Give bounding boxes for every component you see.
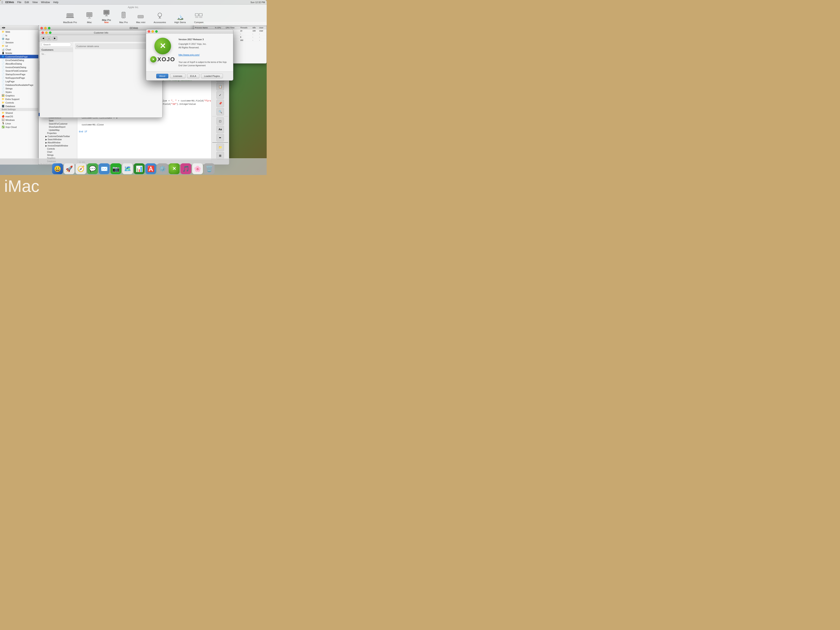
- nav-mobile[interactable]: 📱Mobile: [0, 51, 38, 55]
- menubar-view[interactable]: View: [32, 1, 38, 4]
- dock-numbers[interactable]: 📊: [134, 163, 145, 174]
- dock-appstore[interactable]: 🅰️: [145, 163, 156, 174]
- col-threads[interactable]: Threads: [239, 26, 252, 29]
- xojo-minimize-btn[interactable]: [44, 27, 47, 29]
- nav-strings[interactable]: 📄Strings: [0, 87, 38, 90]
- dock-mail[interactable]: ✉️: [99, 163, 110, 174]
- cw-home-btn[interactable]: ⌂: [46, 36, 52, 40]
- dock-itunes[interactable]: 🎵: [180, 163, 191, 174]
- product-imac-pro[interactable]: iMac Pro New: [98, 8, 115, 25]
- product-imac[interactable]: iMac: [81, 11, 98, 25]
- right-folder[interactable]: 📁: [216, 144, 224, 151]
- nav-controls[interactable]: 📁Controls: [0, 101, 38, 104]
- nav-startup[interactable]: 📄StartupScreenPage: [0, 73, 38, 76]
- right-btn3[interactable]: ✓: [216, 91, 224, 99]
- nav-dbnotavail[interactable]: 📄DatabaseNotAvailablePage: [0, 83, 38, 87]
- nav-customerdetails[interactable]: 🔷CustomerDetailsPage: [0, 55, 38, 58]
- nav-errordetails[interactable]: 📄ErrorDetailsDialog: [0, 58, 38, 62]
- nav-logpage[interactable]: 📄LogPage: [0, 80, 38, 83]
- dock-maps[interactable]: 🗺️: [122, 163, 133, 174]
- cw-minimize[interactable]: [45, 32, 48, 34]
- nav-extra[interactable]: 📁Extra Support: [0, 97, 38, 101]
- about-min[interactable]: [152, 30, 154, 33]
- fn-searchwindow[interactable]: ▶ SearchWindow: [39, 138, 77, 141]
- fn-aboutwindow[interactable]: ▶ AboutWindow: [39, 141, 77, 144]
- dock-finder[interactable]: 😀: [52, 163, 63, 174]
- right-btn5[interactable]: 🔍: [216, 108, 224, 115]
- cw-search-input[interactable]: [41, 43, 71, 47]
- right-selector[interactable]: ◻: [216, 117, 224, 125]
- col-process[interactable]: Process Name: [194, 26, 214, 29]
- nav-ui[interactable]: 📁UI: [0, 44, 38, 48]
- right-text[interactable]: Aa: [216, 126, 224, 133]
- fn-updatemap[interactable]: UpdateMap: [39, 128, 77, 132]
- dock-messages[interactable]: 💬: [87, 163, 98, 174]
- col-cpu[interactable]: % CPU: [214, 26, 225, 29]
- nav-windows[interactable]: 🪟Windows: [0, 118, 38, 122]
- fn-invoicedetails[interactable]: ▶ InvoiceDetailsWindow: [39, 144, 77, 147]
- menubar-file[interactable]: File: [17, 1, 21, 4]
- fn-customerdetailstoolbar[interactable]: ▶ CustomerDetailsToolbar: [39, 135, 77, 138]
- menubar-eeweb[interactable]: EEWeb: [5, 1, 14, 4]
- menubar-window[interactable]: Window: [41, 1, 50, 4]
- nav-styles[interactable]: 📄Styles: [0, 90, 38, 94]
- dock-xojo[interactable]: ✕: [169, 163, 180, 174]
- cw-close[interactable]: [41, 32, 44, 34]
- dock-photos[interactable]: 🌸: [192, 163, 203, 174]
- col-user[interactable]: User: [258, 26, 267, 29]
- about-plugins-btn[interactable]: Loaded Plugins: [201, 74, 223, 78]
- about-eula-btn[interactable]: EULA: [187, 74, 199, 78]
- nav-graphics[interactable]: 🖼️Graphics: [0, 94, 38, 97]
- project-nav-arrows-right[interactable]: ▶: [4, 26, 5, 29]
- fn-chart2[interactable]: Chart: [39, 150, 77, 153]
- nav-chart[interactable]: 📊Chart: [0, 48, 38, 51]
- col-cpu-time[interactable]: CPU Time: [225, 26, 239, 29]
- nav-web[interactable]: 📁Web: [0, 30, 38, 33]
- project-nav-arrows-left[interactable]: ◀: [2, 26, 3, 29]
- dock-facetime[interactable]: 📷: [111, 163, 121, 174]
- nav-macos[interactable]: 🍎macOS: [0, 115, 38, 118]
- nav-database[interactable]: 🗄️Database: [0, 104, 38, 108]
- cw-maximize[interactable]: [49, 32, 52, 34]
- nav-aboutbox[interactable]: 📄AboutBoxDialog: [0, 62, 38, 65]
- cw-forward-btn[interactable]: ▶: [52, 36, 57, 40]
- nav-shared[interactable]: 📁Shared: [0, 111, 38, 115]
- menubar-edit[interactable]: Edit: [25, 1, 29, 4]
- fn-properties[interactable]: Properties: [39, 132, 77, 135]
- nav-notsupported[interactable]: 📄NotSupportedPage: [0, 76, 38, 80]
- fn-strings2[interactable]: Strings: [39, 153, 77, 157]
- product-accessories[interactable]: Accessories: [149, 11, 170, 25]
- product-mac-pro[interactable]: Mac Pro: [115, 10, 132, 25]
- right-btn2[interactable]: 📋: [216, 83, 224, 90]
- col-idle[interactable]: Idle: [252, 26, 258, 29]
- nav-searchfield[interactable]: 📄SearchFieldContainer: [0, 69, 38, 73]
- product-high-sierra[interactable]: 🏔️ High Sierra: [170, 12, 190, 25]
- right-pen[interactable]: ✒: [216, 134, 224, 142]
- about-licenses-btn[interactable]: Licenses: [170, 74, 185, 78]
- apple-menu[interactable]: : [2, 0, 3, 4]
- dock-systemprefs[interactable]: ⚙️: [157, 163, 168, 174]
- xojo-close-btn[interactable]: [40, 27, 43, 29]
- fn-controls2[interactable]: Controls: [39, 147, 77, 150]
- dock-launchpad[interactable]: 🚀: [64, 163, 74, 174]
- product-macbook-pro[interactable]: MacBook Pro: [59, 11, 81, 25]
- menubar-help[interactable]: Help: [53, 1, 58, 4]
- about-close[interactable]: [148, 30, 150, 33]
- right-btn4[interactable]: 📌: [216, 99, 224, 107]
- fn-showsalesreport[interactable]: ShowSalesReport: [39, 125, 77, 128]
- dock-trash[interactable]: 🗑️: [204, 163, 215, 174]
- nav-linux[interactable]: 🐧Linux: [0, 122, 38, 125]
- nav-session[interactable]: 📄Session: [0, 41, 38, 44]
- about-website[interactable]: http://www.xojo.com/: [178, 53, 229, 57]
- dock-safari[interactable]: 🧭: [76, 163, 86, 174]
- nav-invoicedetails[interactable]: 📄InvoiceDetailsDialog: [0, 65, 38, 69]
- xojo-maximize-btn[interactable]: [48, 27, 51, 29]
- about-about-btn[interactable]: About: [156, 74, 169, 78]
- product-mac-mini[interactable]: Mac mini: [132, 11, 149, 25]
- about-max[interactable]: [155, 30, 158, 33]
- nav-ts[interactable]: 📄ts: [0, 33, 38, 37]
- fn-searchforcustomer[interactable]: SearchForCustomer: [39, 122, 77, 125]
- fn-save[interactable]: Save: [39, 119, 77, 122]
- nav-xojocloud[interactable]: ✅Xojo Cloud: [0, 125, 38, 129]
- cw-back-btn[interactable]: ◀: [41, 36, 46, 40]
